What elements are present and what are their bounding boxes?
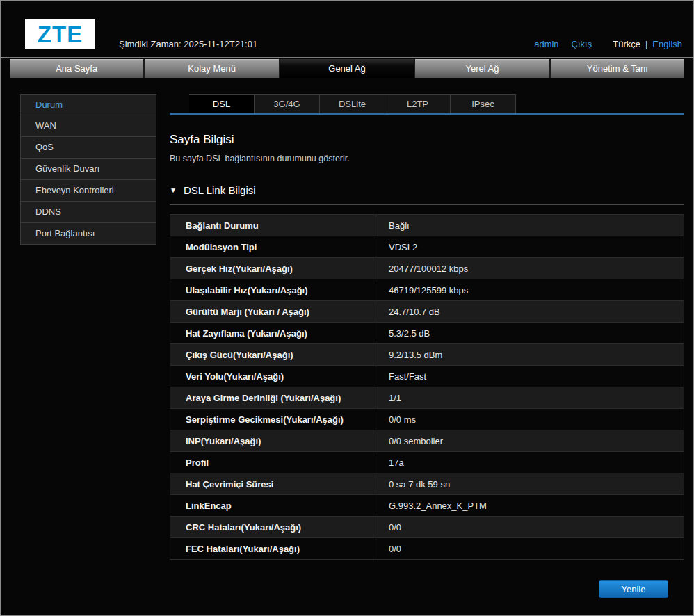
row-value: 46719/125599 kbps <box>376 279 684 301</box>
table-row: Hat Zayıflama (Yukarı/Aşağı)5.3/2.5 dB <box>170 323 684 344</box>
subtabs: DSL3G/4GDSLiteL2TPIPsec <box>170 94 684 115</box>
header: ZTE Şimdiki Zaman: 2025-11-12T21:01 admi… <box>1 1 693 58</box>
row-label: Gerçek Hız(Yukarı/Aşağı) <box>170 258 376 279</box>
header-links: admin Çıkış Türkçe | English <box>534 39 682 49</box>
table-row: Serpiştirme Gecikmesi(Yukarı/Aşağı)0/0 m… <box>170 409 684 430</box>
table-row: Veri Yolu(Yukarı/Aşağı)Fast/Fast <box>170 366 684 387</box>
nav-tab[interactable]: Kolay Menü <box>145 59 280 78</box>
current-time-label: Şimdiki Zaman: 2025-11-12T21:01 <box>119 39 257 49</box>
subtab[interactable]: IPsec <box>451 94 516 113</box>
dsl-info-table: Bağlantı DurumuBağlıModülasyon TipiVDSL2… <box>170 214 684 560</box>
row-value: 1/1 <box>376 387 684 409</box>
dsl-table-body: Bağlantı DurumuBağlıModülasyon TipiVDSL2… <box>170 215 684 560</box>
table-row: Modülasyon TipiVDSL2 <box>170 236 684 258</box>
row-value: 0/0 <box>376 538 684 560</box>
table-row: Bağlantı DurumuBağlı <box>170 215 684 236</box>
table-row: INP(Yukarı/Aşağı)0/0 semboller <box>170 430 684 452</box>
row-value: 0/0 semboller <box>376 430 684 452</box>
section-title: DSL Link Bilgisi <box>184 184 256 196</box>
row-value: Bağlı <box>376 215 684 236</box>
row-label: Profil <box>170 452 376 473</box>
table-row: FEC Hataları(Yukarı/Aşağı)0/0 <box>170 538 684 560</box>
sidebar-item[interactable]: QoS <box>20 137 156 159</box>
sidebar-item[interactable]: Port Bağlantısı <box>20 223 156 245</box>
main-nav: Ana SayfaKolay MenüGenel AğYerel AğYönet… <box>10 59 684 78</box>
table-row: Hat Çevrimiçi Süresi0 sa 7 dk 59 sn <box>170 473 684 495</box>
row-label: FEC Hataları(Yukarı/Aşağı) <box>170 538 376 560</box>
row-label: Veri Yolu(Yukarı/Aşağı) <box>170 366 376 387</box>
subtab[interactable]: L2TP <box>385 94 451 113</box>
subtab[interactable]: DSLite <box>320 94 385 113</box>
row-value: G.993.2_Annex_K_PTM <box>376 495 684 517</box>
row-value: 24.7/10.7 dB <box>376 301 684 323</box>
sidebar-item[interactable]: Güvenlik Duvarı <box>20 159 156 180</box>
table-row: Gerçek Hız(Yukarı/Aşağı)20477/100012 kbp… <box>170 258 684 279</box>
zte-logo: ZTE <box>25 19 95 49</box>
table-row: CRC Hataları(Yukarı/Aşağı)0/0 <box>170 517 684 538</box>
row-value: 0/0 ms <box>376 409 684 430</box>
admin-user-link[interactable]: admin <box>534 39 558 49</box>
subtab[interactable]: DSL <box>189 94 255 113</box>
row-value: 0/0 <box>376 517 684 538</box>
row-label: Çıkış Gücü(Yukarı/Aşağı) <box>170 344 376 366</box>
zte-logo-text: ZTE <box>38 22 83 48</box>
content: DurumWANQoSGüvenlik DuvarıEbeveyn Kontro… <box>1 94 693 598</box>
row-value: 20477/100012 kbps <box>376 258 684 279</box>
row-label: Ulaşılabilir Hız(Yukarı/Aşağı) <box>170 279 376 301</box>
sidebar-item[interactable]: DDNS <box>20 202 156 223</box>
language-separator: | <box>645 39 647 49</box>
sidebar-item[interactable]: WAN <box>20 115 156 137</box>
language-current-turkish[interactable]: Türkçe <box>613 39 640 49</box>
table-row: Ulaşılabilir Hız(Yukarı/Aşağı)46719/1255… <box>170 279 684 301</box>
row-label: CRC Hataları(Yukarı/Aşağı) <box>170 517 376 538</box>
language-link-english[interactable]: English <box>652 39 682 49</box>
router-admin-page: ZTE Şimdiki Zaman: 2025-11-12T21:01 admi… <box>0 0 694 616</box>
sidebar-item[interactable]: Durum <box>20 94 156 115</box>
sidebar-item[interactable]: Ebeveyn Kontrolleri <box>20 180 156 202</box>
nav-tab[interactable]: Yerel Ağ <box>415 59 550 78</box>
table-row: Profil17a <box>170 452 684 473</box>
row-label: INP(Yukarı/Aşağı) <box>170 430 376 452</box>
table-row: LinkEncapG.993.2_Annex_K_PTM <box>170 495 684 517</box>
row-label: LinkEncap <box>170 495 376 517</box>
row-label: Gürültü Marjı (Yukarı / Aşağı) <box>170 301 376 323</box>
row-label: Araya Girme Derinliği (Yukarı/Aşağı) <box>170 387 376 409</box>
row-label: Hat Zayıflama (Yukarı/Aşağı) <box>170 323 376 344</box>
button-row: Yenile <box>170 580 684 598</box>
nav-tab[interactable]: Genel Ağ <box>280 59 415 78</box>
subtab[interactable]: 3G/4G <box>255 94 320 113</box>
table-row: Araya Girme Derinliği (Yukarı/Aşağı)1/1 <box>170 387 684 409</box>
dsl-link-section-header[interactable]: ▼ DSL Link Bilgisi <box>170 184 684 205</box>
row-label: Hat Çevrimiçi Süresi <box>170 473 376 495</box>
nav-tab[interactable]: Yönetim & Tanı <box>551 59 684 78</box>
subtab-spacer <box>170 94 189 113</box>
row-value: 9.2/13.5 dBm <box>376 344 684 366</box>
logout-link[interactable]: Çıkış <box>572 39 592 49</box>
nav-tab[interactable]: Ana Sayfa <box>10 59 145 78</box>
row-label: Serpiştirme Gecikmesi(Yukarı/Aşağı) <box>170 409 376 430</box>
row-value: VDSL2 <box>376 236 684 258</box>
sidebar: DurumWANQoSGüvenlik DuvarıEbeveyn Kontro… <box>20 94 156 598</box>
main-panel: DSL3G/4GDSLiteL2TPIPsec Sayfa Bilgisi Bu… <box>170 94 684 598</box>
collapse-triangle-icon[interactable]: ▼ <box>170 186 177 194</box>
table-row: Çıkış Gücü(Yukarı/Aşağı)9.2/13.5 dBm <box>170 344 684 366</box>
table-row: Gürültü Marjı (Yukarı / Aşağı)24.7/10.7 … <box>170 301 684 323</box>
row-label: Bağlantı Durumu <box>170 215 376 236</box>
row-value: 0 sa 7 dk 59 sn <box>376 473 684 495</box>
row-label: Modülasyon Tipi <box>170 236 376 258</box>
page-title: Sayfa Bilgisi <box>170 133 684 147</box>
refresh-button[interactable]: Yenile <box>599 580 668 598</box>
row-value: 5.3/2.5 dB <box>376 323 684 344</box>
page-description: Bu sayfa DSL bağlantısının durumunu göst… <box>170 154 684 163</box>
row-value: Fast/Fast <box>376 366 684 387</box>
row-value: 17a <box>376 452 684 473</box>
